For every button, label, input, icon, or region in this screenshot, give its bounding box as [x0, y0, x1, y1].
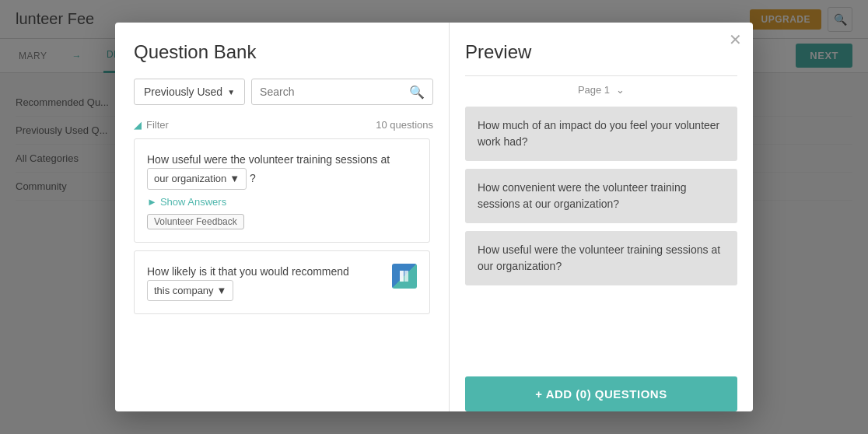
questions-list: How useful were the volunteer training s…	[134, 138, 433, 411]
q2-company-dropdown[interactable]: this company ▼	[147, 280, 233, 302]
show-answers-link[interactable]: ► Show Answers	[147, 196, 417, 208]
filter-icon: ◢	[134, 119, 142, 131]
svg-rect-1	[404, 271, 408, 282]
question-card-1: How useful were the volunteer training s…	[134, 138, 430, 243]
filter-row: ◢ Filter 10 questions	[134, 114, 433, 138]
modal-overlay: ✕ Question Bank Previously Used ▼ 🔍 ◢ F	[0, 0, 868, 434]
bookmark-icon[interactable]	[392, 264, 417, 289]
preview-q3-text: How useful were the volunteer training s…	[478, 243, 720, 272]
q2-text-before: How likely is it that you would recommen…	[147, 265, 349, 278]
tag-badge: Volunteer Feedback	[147, 214, 244, 229]
filter-left: ◢ Filter	[134, 119, 169, 131]
search-input-wrap: 🔍	[251, 79, 433, 105]
svg-rect-0	[400, 271, 404, 282]
dropdown-label: Previously Used	[144, 86, 222, 98]
left-panel: Question Bank Previously Used ▼ 🔍 ◢ Filt…	[115, 23, 450, 411]
right-panel: Preview Page 1 ⌄ How much of an impact d…	[450, 23, 753, 411]
question-count: 10 questions	[376, 119, 433, 131]
show-answers-label: Show Answers	[160, 196, 226, 208]
q1-inline-text: our organization	[154, 171, 226, 187]
close-button[interactable]: ✕	[729, 32, 742, 47]
q1-org-dropdown[interactable]: our organization ▼	[147, 168, 247, 190]
page-label: Page 1	[578, 84, 610, 96]
preview-title: Preview	[465, 41, 737, 63]
question-bank-modal: ✕ Question Bank Previously Used ▼ 🔍 ◢ F	[115, 23, 753, 411]
dropdown-chevron-icon: ▼	[227, 88, 235, 96]
q2-text: How likely is it that you would recommen…	[147, 264, 384, 302]
search-input[interactable]	[260, 86, 404, 98]
page-chevron-down-icon[interactable]: ⌄	[616, 84, 625, 96]
previously-used-dropdown[interactable]: Previously Used ▼	[134, 79, 245, 105]
preview-q2-text: How convenient were the volunteer traini…	[478, 181, 687, 210]
add-questions-button[interactable]: + ADD (0) QUESTIONS	[465, 376, 737, 411]
preview-question-1: How much of an impact do you feel your v…	[465, 107, 737, 161]
filter-label[interactable]: Filter	[146, 119, 169, 131]
triangle-icon: ►	[147, 196, 157, 208]
left-panel-title: Question Bank	[134, 41, 433, 63]
preview-question-2: How convenient were the volunteer traini…	[465, 169, 737, 223]
question-text-1: How useful were the volunteer training s…	[147, 152, 417, 190]
q2-inline-chevron-icon: ▼	[217, 283, 227, 299]
page-selector: Page 1 ⌄	[465, 75, 737, 96]
q1-text-before: How useful were the volunteer training s…	[147, 153, 390, 166]
preview-questions-list: How much of an impact do you feel your v…	[465, 107, 737, 367]
search-icon: 🔍	[409, 85, 425, 100]
question-card-2: How likely is it that you would recommen…	[134, 250, 430, 315]
search-bar: Previously Used ▼ 🔍	[134, 79, 433, 105]
q1-inline-chevron-icon: ▼	[229, 171, 240, 187]
preview-question-3: How useful were the volunteer training s…	[465, 231, 737, 285]
q2-inline-text: this company	[154, 283, 214, 299]
q1-text-after: ?	[250, 172, 256, 184]
preview-q1-text: How much of an impact do you feel your v…	[478, 119, 719, 148]
